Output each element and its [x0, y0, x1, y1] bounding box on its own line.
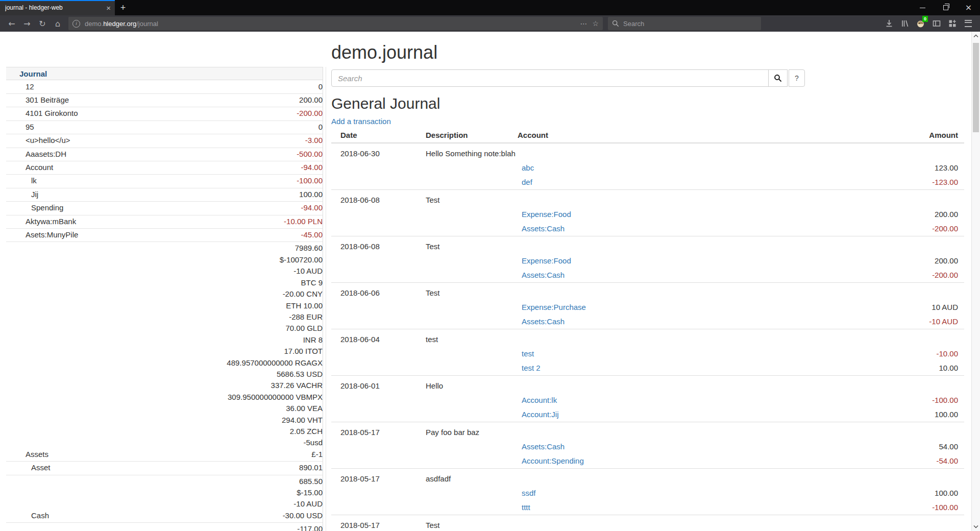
posting-row: Assets:Cash54.00 — [331, 440, 964, 454]
window-minimize-button[interactable] — [911, 0, 934, 15]
transaction-row: 2018-05-17Test — [331, 515, 964, 531]
posting-row: Account:Spending-54.00 — [331, 454, 964, 468]
sidebar-toggle-icon[interactable] — [928, 17, 944, 30]
page-scrollbar[interactable] — [971, 32, 980, 531]
sidebar-account-link[interactable]: <u>hello</u> — [6, 135, 70, 146]
posting-account-link[interactable]: Assets:Cash — [522, 222, 565, 236]
new-tab-button[interactable]: + — [115, 0, 131, 15]
sidebar-account-balance: -10.00 PLN — [284, 216, 323, 227]
posting-account-link[interactable]: Expense:Purchase — [522, 300, 586, 315]
sidebar-account-link[interactable]: 301 Beiträge — [6, 94, 69, 106]
sidebar-account-link[interactable]: Jij — [6, 189, 38, 200]
browser-tab[interactable]: journal - hledger-web × — [0, 0, 115, 15]
posting-account-link[interactable]: Assets:Cash — [522, 315, 565, 329]
sidebar-account-link[interactable]: Aktywa:mBank — [6, 216, 76, 227]
search-help-button[interactable]: ? — [789, 69, 805, 87]
posting-account-link[interactable]: test — [522, 347, 534, 361]
add-transaction-link[interactable]: Add a transaction — [331, 116, 391, 127]
scroll-down-icon[interactable] — [972, 522, 980, 531]
window-restore-button[interactable] — [934, 0, 957, 15]
tab-close-icon[interactable]: × — [106, 4, 111, 12]
sidebar-account-link[interactable]: Assets — [6, 449, 48, 460]
posting-account-link[interactable]: Account:Spending — [522, 454, 584, 468]
sidebar-amount: 489.957000000000 RGAGX — [227, 357, 323, 369]
transaction-head[interactable]: 2018-06-08Test — [331, 193, 964, 207]
download-icon[interactable] — [881, 17, 897, 30]
journal-search-form: ? — [331, 69, 805, 87]
transaction-head[interactable]: 2018-06-08Test — [331, 239, 964, 254]
extension-icon[interactable]: 0 — [913, 17, 928, 30]
journal-search-input[interactable] — [331, 69, 769, 87]
scrollbar-thumb[interactable] — [973, 43, 979, 132]
transaction-head[interactable]: 2018-05-17Pay foo bar baz — [331, 425, 964, 440]
transaction-head[interactable]: 2018-05-17Test — [331, 518, 964, 531]
scroll-up-icon[interactable] — [972, 32, 980, 40]
posting-account-link[interactable]: Assets:Cash — [522, 268, 565, 282]
posting-row: Assets:Cash-200.00 — [331, 268, 964, 282]
sidebar-account-link[interactable]: 95 — [6, 122, 34, 133]
sidebar-header: Journal — [6, 67, 324, 80]
sidebar-account-link[interactable]: 12 — [6, 81, 34, 92]
window-close-button[interactable]: × — [957, 0, 980, 15]
transaction-head[interactable]: 2018-06-01Hello — [331, 379, 964, 393]
sidebar-account-link[interactable]: lk — [6, 175, 37, 186]
browser-tab-bar: journal - hledger-web × + × — [0, 0, 980, 15]
sidebar-account-link[interactable]: Cash — [6, 510, 49, 521]
sidebar-account-balance: 100.00 — [299, 189, 323, 200]
reload-icon[interactable]: ↻ — [35, 17, 50, 30]
sidebar-account-link[interactable]: Asset — [6, 462, 51, 473]
transaction-row: 2018-05-17asdfadfssdf100.00tttt-100.00 — [331, 468, 964, 515]
posting-account-link[interactable]: abc — [522, 161, 534, 175]
posting-account-link[interactable]: Expense:Food — [522, 207, 571, 222]
posting-amount: -200.00 — [932, 268, 964, 282]
library-icon[interactable] — [897, 17, 913, 30]
transaction-date: 2018-05-17 — [340, 425, 426, 440]
posting-account-link[interactable]: Account:lk — [522, 393, 557, 407]
sidebar-amount: 337.26 VACHR — [227, 380, 323, 391]
transaction-head[interactable]: 2018-06-30Hello Something note:blah — [331, 147, 964, 161]
transaction-head[interactable]: 2018-06-06Test — [331, 286, 964, 300]
posting-amount: -123.00 — [932, 175, 964, 189]
back-icon[interactable]: ← — [4, 17, 19, 30]
transaction-date: 2018-06-08 — [340, 193, 426, 207]
sidebar-account-link[interactable]: Spending — [6, 202, 63, 213]
browser-search-field[interactable]: Search — [608, 17, 761, 30]
posting-account-link[interactable]: Account:Jij — [522, 407, 559, 422]
transaction-description: Test — [426, 286, 440, 300]
transaction-head[interactable]: 2018-06-04test — [331, 332, 964, 347]
sidebar-account-balance: -500.00 — [297, 149, 323, 160]
sidebar-amount: 685.50 — [283, 476, 323, 487]
extension-badge: 0 — [922, 16, 928, 22]
forward-icon[interactable]: → — [19, 17, 35, 30]
posting-account-link[interactable]: tttt — [522, 500, 530, 515]
sidebar-account-link[interactable]: Account — [6, 162, 53, 173]
posting-account-link[interactable]: def — [522, 175, 532, 189]
sidebar-account-row: Spending-94.00 — [6, 201, 324, 214]
journal-heading: General Journal — [331, 95, 964, 112]
posting-account-link[interactable]: Expense:Food — [522, 254, 571, 268]
extensions-grid-icon[interactable] — [944, 17, 960, 30]
transaction-head[interactable]: 2018-05-17asdfadf — [331, 472, 964, 486]
home-icon[interactable]: ⌂ — [50, 17, 65, 30]
sidebar-journal-link[interactable]: Journal — [6, 69, 47, 78]
posting-account-link[interactable]: Assets:Cash — [522, 440, 565, 454]
bookmark-star-icon[interactable]: ☆ — [592, 19, 599, 28]
sidebar-account-link[interactable]: 4101 Girokonto — [6, 108, 78, 119]
page-actions-icon[interactable]: ⋯ — [580, 19, 587, 28]
sidebar-account-link[interactable]: Aaasets:DH — [6, 149, 66, 160]
journal-search-button[interactable] — [768, 69, 788, 87]
sidebar-amount: -94.00 — [301, 162, 323, 173]
sidebar-account-row: Aktywa:mBank-10.00 PLN — [6, 215, 324, 228]
posting-account-link[interactable]: ssdf — [522, 486, 536, 500]
sidebar-account-link[interactable]: Asets:MunyPile — [6, 229, 78, 240]
sidebar-account-row: 120 — [6, 80, 324, 93]
site-info-icon[interactable]: i — [72, 20, 80, 28]
posting-account-link[interactable]: test 2 — [522, 361, 541, 375]
sidebar-account-balance: 890.01 — [299, 462, 323, 473]
menu-icon[interactable] — [960, 17, 976, 30]
sidebar-account-balance: -3.00 — [305, 135, 323, 146]
sidebar-account-row: 4101 Girokonto-200.00 — [6, 107, 324, 120]
sidebar-amount: £-1 — [227, 449, 323, 460]
sidebar-amount: ETH 10.00 — [227, 300, 323, 311]
url-bar[interactable]: i demo.hledger.org/journal ⋯ ☆ — [68, 17, 603, 30]
